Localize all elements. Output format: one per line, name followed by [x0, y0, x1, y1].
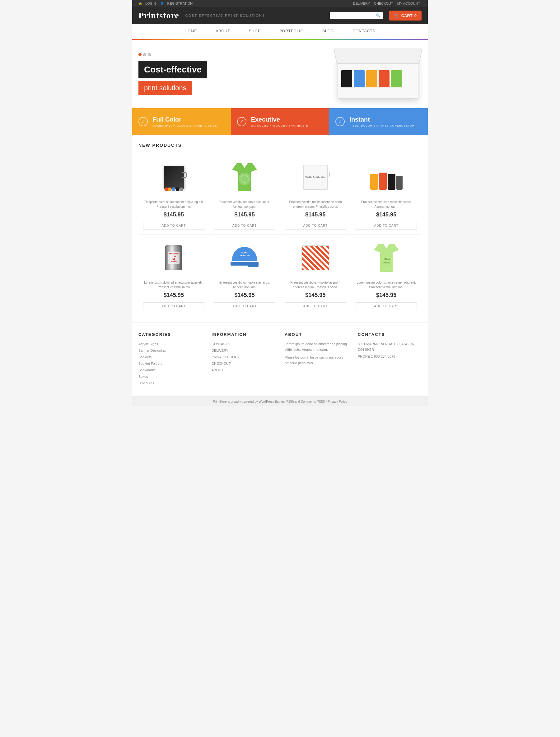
information-link[interactable]: CHECKOUT — [212, 362, 231, 366]
nav-item: ABOUT — [207, 24, 240, 38]
product-description: Em ipsum dolor sit ametctem adipic ing e… — [143, 200, 204, 209]
category-item: Acrylic Signs — [138, 342, 202, 346]
nav-link-blog[interactable]: BLOG — [313, 24, 343, 38]
category-item: Boxes — [138, 374, 202, 379]
contacts-title: CONTACTS — [358, 332, 422, 337]
category-item: Banner Designing — [138, 348, 202, 353]
feature-check-icon: ✓ — [237, 117, 246, 126]
checkout-link[interactable]: CHECKOUT — [374, 2, 393, 5]
product-image-wrapper — [143, 159, 204, 196]
add-to-cart-button[interactable]: ADD TO CART — [285, 302, 346, 310]
product-image-wrapper — [285, 239, 346, 277]
dot-inactive-2[interactable] — [148, 53, 151, 56]
footer-information: INFORMATION CONTACTSDELIVERYPRIVACY POLI… — [212, 332, 275, 387]
category-link[interactable]: Booklets — [138, 355, 152, 359]
feature-desc: LOREM IPSUM DOLOR SIT AMET CONSE — [152, 124, 217, 127]
category-link[interactable]: Boxes — [138, 375, 148, 378]
nav-item: SHOP — [240, 24, 270, 38]
information-link[interactable]: ABOUT — [212, 368, 223, 372]
cart-icon — [394, 13, 399, 18]
category-item: Bookmarks — [138, 368, 202, 372]
add-to-cart-button[interactable]: ADD TO CART — [214, 302, 275, 310]
add-to-cart-button[interactable]: ADD TO CART — [356, 222, 417, 230]
product-image-wrapper: SNUGGLEYOUSoHARD — [143, 239, 204, 277]
information-link[interactable]: CONTACTS — [212, 342, 230, 346]
top-bar-right: DELIVERY CHECKOUT MY ACCOUNT — [352, 2, 422, 5]
category-item: Booklet Folders — [138, 361, 202, 366]
cart-button[interactable]: CART 0 — [389, 11, 422, 21]
nav-item: PORTFOLIO — [270, 24, 313, 38]
mug-product-image — [158, 162, 189, 193]
site-logo[interactable]: Printstore — [138, 11, 179, 21]
products-section: NEW PRODUCTS Em ipsum dolor sit ametctem… — [132, 135, 428, 323]
nav-link-about[interactable]: ABOUT — [207, 24, 240, 38]
add-to-cart-button[interactable]: ADD TO CART — [356, 302, 417, 310]
add-to-cart-button[interactable]: ADD TO CART — [285, 222, 346, 230]
add-to-cart-button[interactable]: ADD TO CART — [214, 222, 275, 230]
cart-label: CART — [401, 13, 413, 18]
product-price: $145.95 — [214, 292, 275, 299]
feature-text: Full Color LOREM IPSUM DOLOR SIT AMET CO… — [152, 116, 217, 127]
product-box — [338, 58, 418, 99]
product-card-8: t-Shirt Printing Lorem ipsum dolor sit a… — [351, 235, 422, 315]
nav-link-contacts[interactable]: CONTACTS — [343, 24, 385, 38]
product-price: $145.95 — [143, 292, 204, 299]
feature-title: Instant — [349, 116, 414, 123]
svg-point-0 — [238, 173, 251, 185]
category-link[interactable]: Bookmarks — [138, 368, 156, 372]
hero-section: Cost-effective print solutions — [132, 40, 428, 108]
about-text2: Phasellus porta. fusce suciursus sociis … — [285, 355, 348, 366]
footer-bottom-text: PrintStore is proudly powered by WordPre… — [213, 400, 347, 403]
category-link[interactable]: Brochures — [138, 381, 154, 385]
registration-link[interactable]: REGISTRATION — [167, 2, 193, 5]
delivery-link[interactable]: DELIVERY — [353, 2, 370, 5]
nav-link-shop[interactable]: SHOP — [240, 24, 270, 38]
product-image-wrapper: t-Shirt Printing — [356, 239, 417, 277]
add-to-cart-button[interactable]: ADD TO CART — [143, 302, 204, 310]
section-title: NEW PRODUCTS — [138, 143, 422, 148]
footer-about: ABOUT Lorem ipsum dolor sit amecter adip… — [285, 332, 348, 387]
information-item: CONTACTS — [212, 342, 275, 346]
product-price: $145.95 — [214, 212, 275, 218]
search-icon[interactable]: 🔍 — [376, 13, 380, 18]
nav-link-home[interactable]: HOME — [175, 24, 207, 38]
nav-item: HOME — [175, 24, 207, 38]
feature-text: Executive UM SOCIIS NATOQUE PENATIBUS ET — [251, 116, 310, 127]
product-image-wrapper — [356, 159, 417, 196]
search-bar[interactable]: 🔍 — [330, 12, 383, 19]
information-item: PRIVACY POLICY — [212, 355, 275, 359]
footer-contacts: CONTACTS 8901 MARMORA ROAD, GLASGOW, D04… — [358, 332, 422, 387]
search-input[interactable] — [332, 13, 376, 18]
login-link[interactable]: LOGIN — [145, 2, 156, 5]
information-item: CHECKOUT — [212, 361, 275, 366]
product-card-3: World's Best Cat Mom Praesent vestim mol… — [280, 154, 351, 234]
lock-icon — [138, 2, 143, 5]
product-description: Lorem ipsum dolor sit ametcstuer adipi e… — [143, 280, 204, 290]
category-link[interactable]: Booklet Folders — [138, 362, 162, 366]
category-link[interactable]: Banner Designing — [138, 349, 166, 352]
product-image-wrapper: FOXYGRANDPA — [214, 239, 275, 277]
product-description: Lorem ipsum dolor sit ametcstuer adipi e… — [356, 280, 417, 290]
category-link[interactable]: Acrylic Signs — [138, 342, 158, 346]
product-card-5: SNUGGLEYOUSoHARD Lorem ipsum dolor sit a… — [138, 235, 209, 315]
bags-product-image — [370, 165, 403, 190]
product-description: Eraesent vestibulum mole stie lacus. Aen… — [356, 200, 417, 209]
travel-mug-image: SNUGGLEYOUSoHARD — [165, 245, 182, 270]
nav-item: BLOG — [313, 24, 343, 38]
add-to-cart-button[interactable]: ADD TO CART — [143, 222, 204, 230]
product-card-7: Praesent vestibulum molite lacenorh endr… — [280, 235, 351, 315]
information-link[interactable]: PRIVACY POLICY — [212, 355, 240, 359]
information-item: ABOUT — [212, 368, 275, 372]
nav-link-portfolio[interactable]: PORTFOLIO — [270, 24, 313, 38]
information-link[interactable]: DELIVERY — [212, 349, 228, 352]
dot-active[interactable] — [138, 53, 142, 56]
footer-top: CATEGORIES Acrylic SignsBanner Designing… — [132, 323, 428, 396]
svg-text:Printing: Printing — [383, 262, 390, 264]
myaccount-link[interactable]: MY ACCOUNT — [397, 2, 420, 5]
feature-blue: ✓ Instant IPSUM DOLOR SIT AMET CONSECTET… — [329, 108, 428, 135]
product-card-4: Eraesent vestibulum mole stie lacus. Aen… — [351, 154, 422, 234]
dot-inactive-1[interactable] — [143, 53, 146, 56]
product-price: $145.95 — [356, 212, 417, 218]
product-image-wrapper — [214, 159, 275, 196]
categories-title: CATEGORIES — [138, 332, 202, 337]
